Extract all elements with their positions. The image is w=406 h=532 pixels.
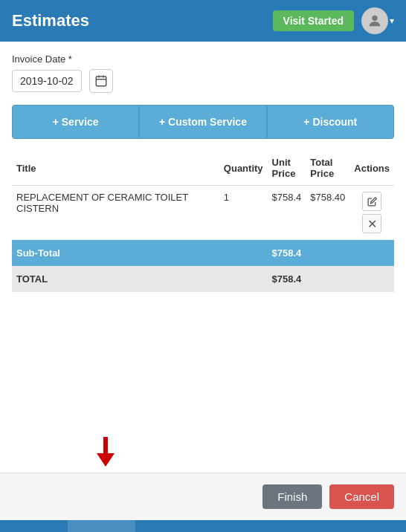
total-label: TOTAL: [12, 266, 268, 292]
finish-button[interactable]: Finish: [262, 484, 322, 509]
subtotal-label: Sub-Total: [12, 240, 268, 267]
svg-point-0: [372, 16, 377, 21]
header-right: Visit Started ▾: [273, 7, 394, 34]
calendar-svg: [94, 74, 108, 88]
nav-item-schedules[interactable]: Schedules: [338, 520, 406, 532]
add-custom-service-button[interactable]: + Custom Service: [139, 105, 266, 139]
avatar[interactable]: [361, 7, 388, 34]
svg-rect-1: [96, 77, 106, 86]
nav-item-job-details[interactable]: i Job Details: [0, 520, 68, 532]
delete-icon: ✕: [367, 217, 377, 231]
arrow-head-icon: [97, 453, 115, 467]
edit-row-button[interactable]: [362, 192, 381, 211]
edit-icon: [367, 197, 377, 207]
bottom-action-bar: Finish Cancel: [0, 473, 406, 520]
user-icon: [367, 13, 383, 29]
row-quantity: 1: [219, 186, 268, 240]
action-buttons-row: + Service + Custom Service + Discount: [12, 105, 394, 139]
main-content: Invoice Date * 2019-10-02 + Service + Cu…: [0, 42, 406, 473]
action-icons: ✕: [354, 192, 390, 233]
nav-item-payment[interactable]: Payment: [135, 520, 203, 532]
arrow-indicator: [97, 437, 115, 467]
invoice-date-value: 2019-10-02: [12, 70, 82, 92]
calendar-icon[interactable]: [89, 69, 113, 93]
delete-row-button[interactable]: ✕: [362, 214, 381, 233]
visit-started-button[interactable]: Visit Started: [273, 10, 354, 31]
nav-item-media[interactable]: Media: [203, 520, 271, 532]
estimates-table: Title Quantity UnitPrice TotalPrice Acti…: [12, 151, 394, 292]
col-quantity: Quantity: [219, 151, 268, 186]
row-unit-price: $758.4: [268, 186, 306, 240]
total-row: TOTAL $758.4: [12, 266, 394, 292]
add-service-button[interactable]: + Service: [12, 105, 139, 139]
subtotal-value: $758.4: [268, 240, 394, 267]
row-title: REPLACEMENT OF CERAMIC TOILET CISTERN: [12, 186, 219, 240]
row-total-price: $758.40: [306, 186, 349, 240]
col-title: Title: [12, 151, 219, 186]
cancel-button[interactable]: Cancel: [329, 484, 394, 509]
col-unit-price: UnitPrice: [268, 151, 306, 186]
row-actions: ✕: [349, 186, 394, 240]
arrow-shaft: [103, 437, 108, 453]
nav-item-notes[interactable]: Notes: [271, 520, 338, 532]
add-discount-button[interactable]: + Discount: [267, 105, 394, 139]
page-title: Estimates: [12, 11, 89, 30]
nav-bar: i Job Details Estimates Payment: [0, 520, 406, 532]
invoice-date-label: Invoice Date *: [12, 53, 394, 65]
col-actions: Actions: [349, 151, 394, 186]
subtotal-row: Sub-Total $758.4: [12, 240, 394, 267]
col-total-price: TotalPrice: [306, 151, 349, 186]
app-header: Estimates Visit Started ▾: [0, 0, 406, 42]
table-row: REPLACEMENT OF CERAMIC TOILET CISTERN 1 …: [12, 186, 394, 240]
avatar-caret-icon[interactable]: ▾: [390, 16, 394, 26]
invoice-date-row: 2019-10-02: [12, 69, 394, 93]
total-value: $758.4: [268, 266, 394, 292]
nav-item-estimates[interactable]: Estimates: [68, 520, 135, 532]
